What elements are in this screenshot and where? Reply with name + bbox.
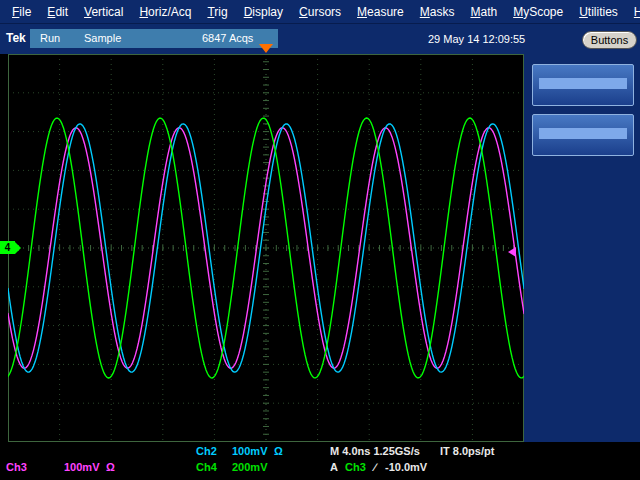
ch3-coupling-ohm: Ω [106,461,115,473]
menu-horizacq[interactable]: Horiz/Acq [131,2,199,22]
ch4-readout-label[interactable]: Ch4 [196,461,217,473]
ch3-readout-label[interactable]: Ch3 [6,461,27,473]
side-menu-button-2-highlight [539,128,627,139]
menu-masks[interactable]: Masks [412,2,463,22]
trigger-level-marker[interactable] [508,247,516,257]
menu-math[interactable]: Math [462,2,505,22]
acquisition-status-panel: Run Sample 6847 Acqs [30,29,278,48]
menu-help[interactable]: Help [626,2,640,22]
menu-bar: FileEditVerticalHoriz/AcqTrigDisplayCurs… [0,0,640,24]
menu-myscope[interactable]: MyScope [505,2,571,22]
menu-cursors[interactable]: Cursors [291,2,349,22]
side-menu-button-2[interactable] [532,114,634,156]
acquisition-mode: Sample [84,32,121,44]
trigger-level-readout: -10.0mV [385,461,427,473]
display-area: 4 [0,54,524,442]
ch3-readout-scale: 100mV [64,461,99,473]
ch4-readout-scale: 200mV [232,461,267,473]
trigger-source: Ch3 [345,461,366,473]
date-time: 29 May 14 12:09:55 [428,33,525,45]
waveform-graticule [8,54,524,442]
tek-logo: Tek [6,31,26,45]
readout-bar: Ch2 100mV Ω M 4.0ns 1.25GS/s IT 8.0ps/pt… [0,442,640,480]
status-bar: Tek Run Sample 6847 Acqs 29 May 14 12:09… [0,24,640,54]
ch2-coupling-ohm: Ω [274,445,283,457]
oscilloscope-screen: FileEditVerticalHoriz/AcqTrigDisplayCurs… [0,0,640,480]
interpolation-readout: IT 8.0ps/pt [440,445,494,457]
buttons-button[interactable]: Buttons [582,31,637,49]
trigger-slope-icon: ∕ [374,461,376,473]
ch4-marker-label: 4 [5,242,11,253]
ch4-position-marker[interactable]: 4 [0,241,15,254]
trigger-mode: A [330,461,338,473]
side-menu [524,54,640,442]
menu-edit[interactable]: Edit [39,2,76,22]
ch2-readout-scale: 100mV [232,445,267,457]
acquisition-count: 6847 Acqs [202,32,253,44]
menu-vertical[interactable]: Vertical [76,2,131,22]
ch2-readout-label[interactable]: Ch2 [196,445,217,457]
menu-utilities[interactable]: Utilities [571,2,626,22]
side-menu-button-1-highlight [539,78,627,89]
menu-file[interactable]: File [4,2,39,22]
menu-trig[interactable]: Trig [199,2,235,22]
acquisition-state: Run [40,32,60,44]
menu-display[interactable]: Display [236,2,291,22]
timebase-readout: M 4.0ns 1.25GS/s [330,445,420,457]
side-menu-button-1[interactable] [532,64,634,106]
menu-measure[interactable]: Measure [349,2,412,22]
trigger-position-marker[interactable] [259,44,273,53]
